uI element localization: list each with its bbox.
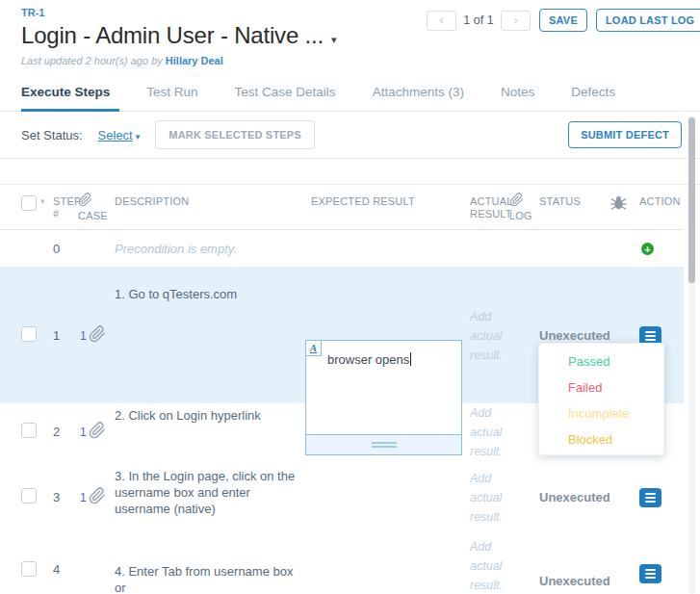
header-actual-result: ACTUALRESULT xyxy=(470,185,509,220)
actual-result-placeholder[interactable]: Add actual result. xyxy=(470,537,509,594)
editor-resize-handle[interactable] xyxy=(306,434,461,454)
updated-by-user-link[interactable]: Hillary Deal xyxy=(166,55,223,66)
step-number: 0 xyxy=(53,242,78,256)
header-description: DESCRIPTION xyxy=(115,185,304,208)
page-title: Login - Admin User - Native ... xyxy=(21,22,324,49)
editor-format-badge[interactable]: A xyxy=(306,341,322,356)
tab-attachments[interactable]: Attachments (3) xyxy=(373,79,474,111)
status-label: Unexecuted xyxy=(539,490,610,504)
next-page-button[interactable]: › xyxy=(501,11,531,31)
attachment-paperclip-icon[interactable] xyxy=(89,325,106,346)
paperclip-icon xyxy=(78,193,92,210)
status-dropdown-menu: Passed Failed Incomplete Blocked xyxy=(538,343,664,455)
test-execution-panel: TR-1 Login - Admin User - Native ... ▾ L… xyxy=(0,0,700,594)
save-button[interactable]: SAVE xyxy=(539,9,587,32)
header-expected-result: EXPECTED RESULT xyxy=(304,185,470,208)
page-indicator: 1 of 1 xyxy=(456,13,501,27)
chevron-left-icon: ‹ xyxy=(439,13,443,27)
attachment-paperclip-icon[interactable] xyxy=(89,422,106,442)
expected-result-text[interactable]: browser opens xyxy=(327,352,409,367)
set-status-label: Set Status: xyxy=(21,128,83,142)
prev-page-button[interactable]: ‹ xyxy=(427,11,456,31)
paperclip-icon xyxy=(509,193,524,210)
top-controls: ‹ 1 of 1 › SAVE LOAD LAST LOG ? xyxy=(427,9,700,32)
actual-result-placeholder[interactable]: Add actual result. xyxy=(470,307,509,365)
header-case: CASE xyxy=(78,185,115,222)
bug-icon xyxy=(610,185,632,213)
step-description: 1. Go to qTesters.com xyxy=(115,268,304,302)
tab-execute-steps[interactable]: Execute Steps xyxy=(21,79,119,112)
step-description: 4. Enter Tab from username box or xyxy=(115,534,304,594)
case-link[interactable]: 1 xyxy=(80,426,87,439)
select-all-caret-icon[interactable]: ▾ xyxy=(40,195,45,211)
mark-selected-steps-button[interactable]: MARK SELECTED STEPS xyxy=(155,120,315,149)
tab-test-run[interactable]: Test Run xyxy=(146,79,207,111)
step-number: 4 xyxy=(53,534,78,577)
table-row-step-4: 4 4. Enter Tab from username box or Add … xyxy=(0,534,684,594)
status-option-blocked[interactable]: Blocked xyxy=(539,426,663,452)
table-row-precondition: 0 Precondition is empty. + xyxy=(0,230,684,268)
last-updated-text: Last updated 2 hour(s) ago by Hillary De… xyxy=(21,55,700,66)
case-link[interactable]: 1 xyxy=(80,329,87,343)
chevron-right-icon: › xyxy=(513,13,517,27)
submit-defect-button[interactable]: SUBMIT DEFECT xyxy=(568,121,682,148)
status-select-dropdown[interactable]: Select▾ xyxy=(98,128,141,142)
row-checkbox[interactable] xyxy=(21,561,37,577)
status-label: Unexecuted xyxy=(539,574,610,588)
step-description: 2. Click on Login hyperlink xyxy=(115,403,304,424)
status-option-failed[interactable]: Failed xyxy=(539,374,663,400)
table-header: ▾ STEP# CASE DESCRIPTION EXPECTED RESULT… xyxy=(0,185,684,230)
status-option-passed[interactable]: Passed xyxy=(539,349,663,374)
row-checkbox[interactable] xyxy=(21,488,37,504)
table-row-step-3: 3 1 3. In the Login page, click on the u… xyxy=(0,460,684,534)
status-select-label: Select xyxy=(98,128,133,142)
tab-bar: Execute Steps Test Run Test Case Details… xyxy=(0,79,700,112)
toolbar: Set Status: Select▾ MARK SELECTED STEPS … xyxy=(0,112,700,159)
header-log: LOG xyxy=(509,185,535,222)
expected-result-editor[interactable]: A browser opens xyxy=(305,340,462,455)
step-number: 1 xyxy=(53,328,78,343)
actual-result-placeholder[interactable]: Add actual result. xyxy=(470,469,509,527)
load-last-log-button[interactable]: LOAD LAST LOG xyxy=(596,9,700,32)
scrollbar-thumb[interactable] xyxy=(688,117,695,283)
header-status: STATUS xyxy=(535,185,610,208)
row-checkbox[interactable] xyxy=(21,326,37,342)
header-step: STEP# xyxy=(53,185,78,220)
step-description: 3. In the Login page, click on the usern… xyxy=(115,460,304,517)
tab-notes[interactable]: Notes xyxy=(501,79,544,111)
text-cursor xyxy=(410,352,411,366)
title-caret-icon[interactable]: ▾ xyxy=(331,34,337,46)
row-checkbox[interactable] xyxy=(21,423,37,438)
actual-result-placeholder[interactable]: Add actual result. xyxy=(470,403,509,461)
row-action-menu-button[interactable] xyxy=(639,564,661,583)
chevron-down-icon: ▾ xyxy=(136,132,141,142)
precondition-text: Precondition is empty. xyxy=(115,242,304,256)
attachment-paperclip-icon[interactable] xyxy=(89,487,106,507)
add-precondition-button[interactable]: + xyxy=(641,243,654,255)
toolbar-spacer xyxy=(0,159,700,185)
step-number: 3 xyxy=(53,490,78,504)
case-link[interactable]: 1 xyxy=(80,491,87,504)
last-updated-prefix: Last updated 2 hour(s) ago by xyxy=(21,55,163,66)
status-option-incomplete[interactable]: Incomplete xyxy=(539,400,663,426)
header-action: ACTION xyxy=(632,185,682,208)
step-number: 2 xyxy=(53,425,78,439)
status-label: Unexecuted xyxy=(539,328,610,343)
tab-defects[interactable]: Defects xyxy=(571,79,625,111)
row-action-menu-button[interactable] xyxy=(639,488,661,507)
tab-test-case-details[interactable]: Test Case Details xyxy=(235,79,346,111)
select-all-checkbox[interactable] xyxy=(21,195,37,211)
